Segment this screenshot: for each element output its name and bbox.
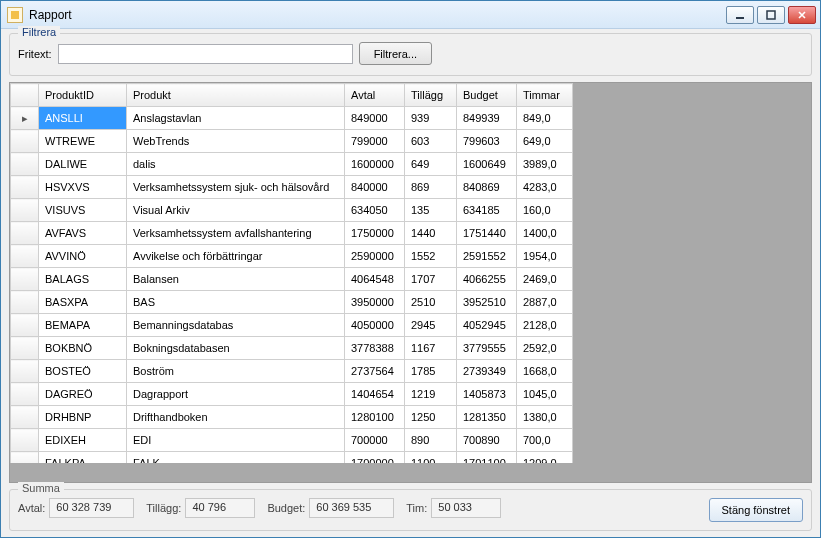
cell-avtal[interactable]: 3950000 <box>345 291 405 314</box>
cell-budget[interactable]: 3952510 <box>457 291 517 314</box>
row-header[interactable]: ▸ <box>11 107 39 130</box>
cell-tillagg[interactable]: 1552 <box>405 245 457 268</box>
fritext-input[interactable] <box>58 44 353 64</box>
cell-avtal[interactable]: 1700000 <box>345 452 405 464</box>
cell-budget[interactable]: 4066255 <box>457 268 517 291</box>
cell-produkt[interactable]: Avvikelse och förbättringar <box>127 245 345 268</box>
cell-budget[interactable]: 1751440 <box>457 222 517 245</box>
cell-produkt-id[interactable]: HSVXVS <box>39 176 127 199</box>
cell-tillagg[interactable]: 1707 <box>405 268 457 291</box>
maximize-button[interactable] <box>757 6 785 24</box>
col-timmar[interactable]: Timmar <box>517 84 573 107</box>
cell-budget[interactable]: 840869 <box>457 176 517 199</box>
table-row[interactable]: EDIXEHEDI700000890700890700,0 <box>11 429 573 452</box>
table-row[interactable]: BASXPABAS3950000251039525102887,0 <box>11 291 573 314</box>
cell-timmar[interactable]: 2128,0 <box>517 314 573 337</box>
cell-avtal[interactable]: 1280100 <box>345 406 405 429</box>
table-row[interactable]: HSVXVSVerksamhetssystem sjuk- och hälsov… <box>11 176 573 199</box>
cell-timmar[interactable]: 2887,0 <box>517 291 573 314</box>
cell-avtal[interactable]: 1600000 <box>345 153 405 176</box>
row-header[interactable] <box>11 406 39 429</box>
cell-produkt-id[interactable]: FALKPA <box>39 452 127 464</box>
cell-avtal[interactable]: 634050 <box>345 199 405 222</box>
cell-timmar[interactable]: 1380,0 <box>517 406 573 429</box>
table-row[interactable]: WTREWEWebTrends799000603799603649,0 <box>11 130 573 153</box>
row-header[interactable] <box>11 291 39 314</box>
cell-tillagg[interactable]: 2510 <box>405 291 457 314</box>
row-header[interactable] <box>11 429 39 452</box>
cell-timmar[interactable]: 1400,0 <box>517 222 573 245</box>
cell-avtal[interactable]: 1750000 <box>345 222 405 245</box>
cell-produkt[interactable]: BAS <box>127 291 345 314</box>
cell-tillagg[interactable]: 1250 <box>405 406 457 429</box>
table-row[interactable]: FALKPAFALK1700000110017011001209,0 <box>11 452 573 464</box>
cell-budget[interactable]: 1600649 <box>457 153 517 176</box>
table-row[interactable]: ▸ANSLLIAnslagstavlan849000939849939849,0 <box>11 107 573 130</box>
row-header[interactable] <box>11 176 39 199</box>
cell-produkt-id[interactable]: BASXPA <box>39 291 127 314</box>
cell-avtal[interactable]: 4064548 <box>345 268 405 291</box>
cell-budget[interactable]: 1701100 <box>457 452 517 464</box>
col-produkt[interactable]: Produkt <box>127 84 345 107</box>
row-header[interactable] <box>11 245 39 268</box>
cell-produkt[interactable]: dalis <box>127 153 345 176</box>
close-window-button[interactable] <box>788 6 816 24</box>
table-row[interactable]: DAGREÖDagrapport1404654121914058731045,0 <box>11 383 573 406</box>
row-header-corner[interactable] <box>11 84 39 107</box>
cell-timmar[interactable]: 649,0 <box>517 130 573 153</box>
row-header[interactable] <box>11 360 39 383</box>
cell-avtal[interactable]: 2737564 <box>345 360 405 383</box>
cell-timmar[interactable]: 3989,0 <box>517 153 573 176</box>
cell-avtal[interactable]: 840000 <box>345 176 405 199</box>
cell-produkt-id[interactable]: ANSLLI <box>39 107 127 130</box>
cell-timmar[interactable]: 1209,0 <box>517 452 573 464</box>
row-header[interactable] <box>11 337 39 360</box>
cell-timmar[interactable]: 2469,0 <box>517 268 573 291</box>
table-row[interactable]: DALIWEdalis160000064916006493989,0 <box>11 153 573 176</box>
cell-produkt-id[interactable]: EDIXEH <box>39 429 127 452</box>
cell-tillagg[interactable]: 649 <box>405 153 457 176</box>
row-header[interactable] <box>11 314 39 337</box>
table-row[interactable]: AVFAVSVerksamhetssystem avfallshantering… <box>11 222 573 245</box>
cell-budget[interactable]: 2591552 <box>457 245 517 268</box>
cell-produkt[interactable]: Bemanningsdatabas <box>127 314 345 337</box>
col-produkt-id[interactable]: ProduktID <box>39 84 127 107</box>
cell-produkt[interactable]: Dagrapport <box>127 383 345 406</box>
cell-produkt-id[interactable]: AVVINÖ <box>39 245 127 268</box>
table-row[interactable]: BEMAPABemanningsdatabas40500002945405294… <box>11 314 573 337</box>
cell-produkt[interactable]: Bokningsdatabasen <box>127 337 345 360</box>
cell-avtal[interactable]: 1404654 <box>345 383 405 406</box>
cell-budget[interactable]: 1405873 <box>457 383 517 406</box>
row-header[interactable] <box>11 222 39 245</box>
cell-budget[interactable]: 2739349 <box>457 360 517 383</box>
cell-tillagg[interactable]: 939 <box>405 107 457 130</box>
cell-produkt[interactable]: Verksamhetssystem sjuk- och hälsovård <box>127 176 345 199</box>
col-budget[interactable]: Budget <box>457 84 517 107</box>
cell-tillagg[interactable]: 135 <box>405 199 457 222</box>
row-header[interactable] <box>11 199 39 222</box>
cell-produkt[interactable]: FALK <box>127 452 345 464</box>
cell-produkt-id[interactable]: AVFAVS <box>39 222 127 245</box>
cell-timmar[interactable]: 160,0 <box>517 199 573 222</box>
table-row[interactable]: DRHBNPDrifthandboken12801001250128135013… <box>11 406 573 429</box>
row-header[interactable] <box>11 268 39 291</box>
data-grid[interactable]: ProduktID Produkt Avtal Tillägg Budget T… <box>9 82 812 483</box>
cell-timmar[interactable]: 1954,0 <box>517 245 573 268</box>
cell-budget[interactable]: 1281350 <box>457 406 517 429</box>
cell-timmar[interactable]: 2592,0 <box>517 337 573 360</box>
cell-timmar[interactable]: 700,0 <box>517 429 573 452</box>
cell-avtal[interactable]: 3778388 <box>345 337 405 360</box>
row-header[interactable] <box>11 153 39 176</box>
cell-avtal[interactable]: 700000 <box>345 429 405 452</box>
cell-produkt-id[interactable]: DAGREÖ <box>39 383 127 406</box>
cell-tillagg[interactable]: 1167 <box>405 337 457 360</box>
cell-avtal[interactable]: 849000 <box>345 107 405 130</box>
cell-produkt-id[interactable]: BEMAPA <box>39 314 127 337</box>
cell-produkt-id[interactable]: BOKBNÖ <box>39 337 127 360</box>
cell-avtal[interactable]: 4050000 <box>345 314 405 337</box>
cell-tillagg[interactable]: 1100 <box>405 452 457 464</box>
cell-tillagg[interactable]: 1440 <box>405 222 457 245</box>
table-row[interactable]: BOSTEÖBoström2737564178527393491668,0 <box>11 360 573 383</box>
cell-budget[interactable]: 799603 <box>457 130 517 153</box>
cell-budget[interactable]: 634185 <box>457 199 517 222</box>
